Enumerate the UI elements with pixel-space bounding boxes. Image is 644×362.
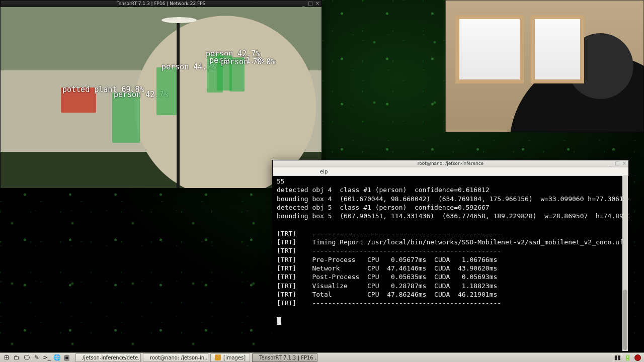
show-desktop-icon[interactable]: ▣ [62, 353, 71, 361]
taskbar-launchers: ⊞ 🗀 🖵 ✎ >_ 🌐 ▣ [0, 353, 74, 362]
minimize-icon[interactable]: _ [301, 1, 306, 6]
taskbar-task[interactable]: root@nano: /jetson-in... [143, 353, 208, 362]
terminal-menu-bar[interactable]: elp [273, 167, 628, 176]
network-signal-icon[interactable]: ▮▮ [614, 354, 621, 361]
terminal-scrollbar[interactable] [622, 176, 628, 351]
maximize-icon[interactable]: □ [308, 1, 313, 6]
applications-menu-icon[interactable]: ⊞ [2, 353, 11, 361]
terminal-window-title: root@nano: /jetson-inference [418, 161, 484, 166]
close-icon[interactable]: × [622, 161, 627, 166]
terminal-cursor [277, 317, 281, 325]
presenter-webcam [445, 0, 644, 132]
task-label: root@nano: /jetson-in... [150, 355, 208, 360]
taskbar[interactable]: ⊞ 🗀 🖵 ✎ >_ 🌐 ▣ /jetson-inference/dete...… [0, 352, 644, 362]
detection-bbox-person [156, 67, 177, 115]
task-label: /jetson-inference/dete... [83, 355, 141, 360]
maximize-icon[interactable]: □ [615, 161, 620, 166]
power-icon[interactable] [634, 354, 641, 361]
detection-bbox-person [112, 93, 140, 143]
terminal-menu-help[interactable]: elp [320, 169, 328, 174]
web-browser-icon[interactable]: 🌐 [52, 353, 61, 361]
task-label: [images] [223, 355, 246, 360]
taskbar-task[interactable]: [images] [210, 353, 250, 362]
text-editor-icon[interactable]: ✎ [32, 353, 41, 361]
system-tray: ▮▮ 🔋 [614, 353, 644, 362]
terminal-scrollbar-thumb[interactable] [623, 290, 627, 350]
close-icon[interactable]: × [315, 1, 320, 6]
terminal-window-titlebar[interactable]: root@nano: /jetson-inference _ □ × [273, 160, 628, 167]
taskbar-task[interactable]: TensorRT 7.1.3 | FP16 ... [252, 353, 317, 362]
battery-icon[interactable]: 🔋 [624, 354, 631, 361]
minimize-icon[interactable]: _ [608, 161, 613, 166]
monitor-icon[interactable]: 🖵 [22, 353, 31, 361]
terminal-output[interactable]: 55 detected obj 4 class #1 (person) conf… [273, 176, 628, 351]
detection-window-title: TensorRT 7.1.3 | FP16 | Network 22 FPS [117, 1, 206, 6]
detection-window-titlebar[interactable]: TensorRT 7.1.3 | FP16 | Network 22 FPS _… [1, 1, 321, 7]
terminal-launcher-icon[interactable]: >_ [42, 353, 51, 361]
file-manager-icon[interactable]: 🗀 [12, 353, 21, 361]
detection-label: person 70.0% [221, 57, 275, 66]
task-label: TensorRT 7.1.3 | FP16 ... [259, 355, 317, 360]
taskbar-task[interactable]: /jetson-inference/dete... [75, 353, 141, 362]
terminal-window[interactable]: root@nano: /jetson-inference _ □ × elp 5… [272, 160, 629, 352]
task-app-icon [215, 354, 221, 360]
